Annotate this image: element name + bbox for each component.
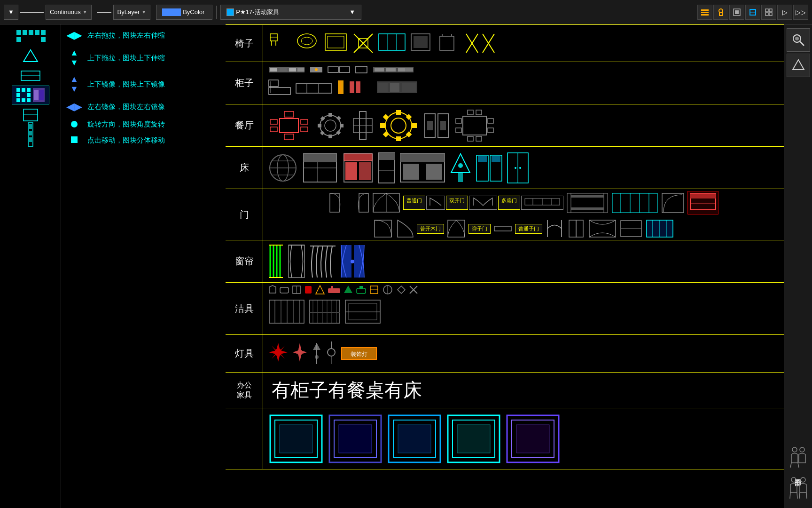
door-r2-4[interactable]: [493, 219, 512, 238]
chair-item-1[interactable]: [268, 32, 291, 55]
cabinet-10[interactable]: [376, 79, 418, 95]
san-3[interactable]: [291, 285, 302, 295]
cabinet-7[interactable]: [295, 79, 333, 95]
door-3[interactable]: [372, 192, 400, 214]
left-icon-2[interactable]: [12, 46, 49, 65]
san-4[interactable]: [304, 285, 313, 295]
san-10[interactable]: [381, 285, 394, 295]
curtain-4[interactable]: [340, 244, 366, 279]
cabinet-1[interactable]: [268, 65, 305, 74]
chair-item-8[interactable]: [464, 32, 497, 55]
door-r2-7[interactable]: [588, 219, 617, 238]
cabinet-2[interactable]: [309, 65, 323, 74]
chair-item-2[interactable]: [294, 32, 320, 55]
bylayer-dropdown[interactable]: ByLayer ▼: [113, 5, 151, 20]
bed-item-6[interactable]: [449, 151, 472, 184]
curtain-3[interactable]: [309, 244, 337, 279]
cabinet-9[interactable]: [349, 79, 372, 95]
bycolor-dropdown[interactable]: ByColor: [156, 5, 212, 20]
left-icon-3[interactable]: [12, 66, 49, 85]
bed-item-2[interactable]: [301, 151, 339, 184]
bathtub-1[interactable]: [268, 299, 305, 325]
chair-item-7[interactable]: [435, 32, 461, 55]
bed-item-8[interactable]: [506, 151, 530, 184]
left-icon-squares[interactable]: [12, 26, 49, 45]
dining-set-1[interactable]: [268, 109, 310, 142]
door-r2-2[interactable]: [395, 219, 414, 238]
door-1[interactable]: [329, 192, 348, 214]
san-8[interactable]: [355, 285, 367, 295]
san-11[interactable]: [396, 285, 406, 295]
toolbar-icon-3[interactable]: [729, 5, 744, 20]
door-r2-5[interactable]: [545, 219, 564, 238]
cabinet-3[interactable]: [327, 65, 351, 74]
figure-icon-1[interactable]: [789, 445, 808, 468]
restaurant-item-5[interactable]: [422, 109, 451, 142]
restaurant-item-3[interactable]: [351, 109, 375, 142]
cabinet-4[interactable]: [354, 65, 368, 74]
layer-dropdown[interactable]: P★17-活动家具 ▼: [220, 5, 361, 20]
chair-item-5[interactable]: [378, 32, 406, 55]
san-2[interactable]: [279, 285, 289, 295]
toolbar-icon-2[interactable]: [713, 5, 728, 20]
door-r2-1[interactable]: [374, 219, 392, 238]
left-icon-6[interactable]: [12, 125, 49, 144]
left-icon-grid[interactable]: [12, 86, 49, 104]
right-btn-2[interactable]: [787, 54, 810, 77]
bathtub-3[interactable]: [344, 299, 382, 325]
cabinet-8[interactable]: [336, 79, 345, 95]
door-item-small-3[interactable]: [521, 196, 563, 210]
lamp-3[interactable]: [311, 341, 323, 366]
door-item-extra[interactable]: [661, 192, 685, 214]
san-7[interactable]: [343, 285, 353, 295]
door-r2-6[interactable]: [567, 219, 586, 238]
frame-4[interactable]: [445, 413, 502, 465]
people-icon[interactable]: [789, 476, 808, 504]
bathtub-2[interactable]: [308, 299, 341, 325]
bed-item-7[interactable]: [475, 151, 503, 184]
toolbar-icon-1[interactable]: [697, 5, 712, 20]
frame-3[interactable]: [386, 413, 443, 465]
toolbar-icon-5[interactable]: [761, 5, 776, 20]
dining-set-2[interactable]: [453, 109, 496, 142]
right-btn-1[interactable]: [787, 28, 810, 52]
chair-item-4[interactable]: [351, 32, 375, 55]
door-r2-3[interactable]: [447, 219, 466, 238]
door-r2-8[interactable]: [619, 219, 643, 238]
lamp-1[interactable]: [268, 341, 289, 366]
door-item-small-1[interactable]: [426, 196, 445, 210]
chair-item-6[interactable]: [409, 32, 432, 55]
frame-2[interactable]: [327, 413, 383, 465]
cabinet-6[interactable]: [268, 79, 291, 95]
san-9[interactable]: [369, 285, 379, 295]
lamp-5[interactable]: 装饰灯: [340, 341, 378, 366]
toolbar-icon-6[interactable]: ▷: [777, 5, 792, 20]
curtain-2[interactable]: [287, 244, 306, 279]
continuous-dropdown[interactable]: Continuous ▼: [46, 5, 92, 20]
door-multi-1[interactable]: [611, 192, 658, 214]
door-highlight-block[interactable]: [687, 191, 718, 214]
frame-5[interactable]: [505, 413, 561, 465]
bed-item-3[interactable]: [342, 151, 375, 184]
door-2[interactable]: [351, 192, 369, 214]
san-12[interactable]: [408, 285, 419, 295]
san-5[interactable]: [315, 285, 325, 295]
chair-item-3[interactable]: [323, 32, 349, 55]
linetype-dropdown1[interactable]: ▼: [4, 5, 18, 20]
san-1[interactable]: [268, 285, 277, 295]
door-r2-9[interactable]: [646, 219, 674, 238]
gear-2[interactable]: [377, 109, 420, 142]
lamp-2[interactable]: [292, 341, 308, 366]
toolbar-icon-4[interactable]: [745, 5, 760, 20]
frame-1[interactable]: [268, 413, 324, 465]
toolbar-icon-7[interactable]: ▷▷: [793, 5, 808, 20]
san-6[interactable]: [327, 285, 341, 295]
gear-1[interactable]: [313, 109, 348, 142]
bed-item-4[interactable]: [377, 151, 396, 184]
bed-item-1[interactable]: [268, 151, 298, 184]
bed-item-5[interactable]: [399, 151, 446, 184]
curtain-1[interactable]: [268, 244, 284, 279]
door-wall-1[interactable]: [566, 192, 609, 214]
door-item-small-2[interactable]: [469, 196, 497, 210]
cabinet-5[interactable]: [372, 65, 414, 74]
